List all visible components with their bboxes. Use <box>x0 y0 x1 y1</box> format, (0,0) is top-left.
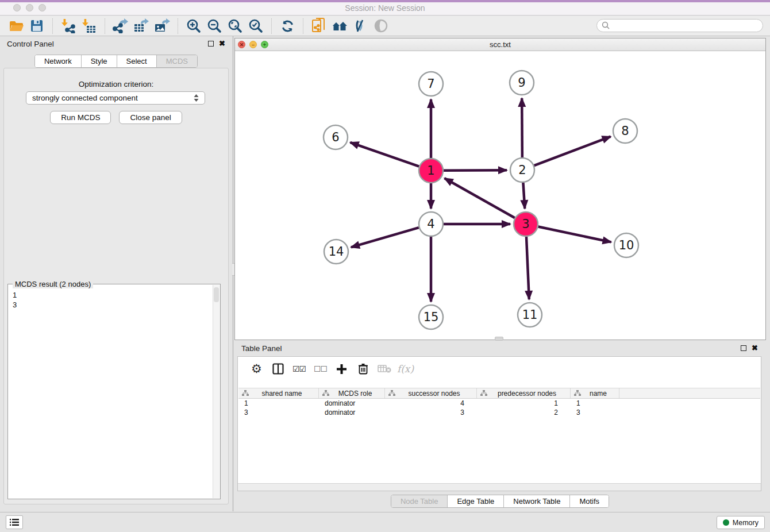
search-input[interactable] <box>613 21 763 31</box>
save-session-icon[interactable] <box>26 17 47 34</box>
table-settings-icon[interactable]: ⚙ <box>246 360 267 377</box>
table-cell[interactable]: 2 <box>477 408 571 417</box>
mcds-result-title: MCDS result (2 nodes) <box>13 280 93 288</box>
tab-edge-table[interactable]: Edge Table <box>448 495 504 507</box>
window-accent-strip <box>0 0 770 2</box>
tab-network-table[interactable]: Network Table <box>504 495 570 507</box>
graph-edge-2-8[interactable] <box>534 137 611 166</box>
control-panel-close-icon[interactable]: ✖ <box>219 41 225 47</box>
window-title: Session: New Session <box>0 3 770 13</box>
graph-node-label-15: 15 <box>424 310 439 324</box>
column-layout-icon[interactable] <box>267 360 288 377</box>
graph-node-label-4: 4 <box>427 217 434 231</box>
horizontal-divider-handle[interactable] <box>495 337 503 341</box>
open-session-icon[interactable] <box>6 17 26 34</box>
zoom-selected-icon[interactable] <box>245 17 266 34</box>
network-view-window: ✕ – + scc.txt 7968124314101511 <box>234 38 766 340</box>
run-mcds-button[interactable]: Run MCDS <box>50 111 111 124</box>
graph-edge-1-6[interactable] <box>350 142 419 167</box>
mcds-panel: Optimization criterion: strongly connect… <box>3 68 229 504</box>
network-window-titlebar[interactable]: ✕ – + scc.txt <box>235 38 765 51</box>
column-type-icon <box>242 390 249 396</box>
table-cell[interactable]: 3 <box>571 408 619 417</box>
export-table-icon[interactable] <box>131 17 152 34</box>
graph-edge-2-9[interactable] <box>522 98 522 157</box>
clone-network-icon[interactable] <box>309 17 329 34</box>
graph-node-label-9: 9 <box>518 76 525 90</box>
table-cell[interactable]: 1 <box>571 399 619 408</box>
task-history-button[interactable] <box>6 515 23 529</box>
select-all-columns-icon[interactable]: ☑☑ <box>288 360 310 377</box>
control-panel-tabs: NetworkStyleSelectMCDS <box>34 55 198 68</box>
toolbar-separator <box>303 18 303 34</box>
column-header-MCDS-role[interactable]: MCDS role <box>319 388 385 398</box>
graph-edge-3-1[interactable] <box>445 178 515 218</box>
graph-node-label-8: 8 <box>621 124 629 138</box>
tab-mcds[interactable]: MCDS <box>157 55 197 67</box>
table-cell[interactable]: dominator <box>319 399 385 408</box>
node-table-header: shared nameMCDS rolesuccessor nodesprede… <box>238 388 760 399</box>
tab-node-table[interactable]: Node Table <box>391 495 448 507</box>
table-horizontal-scrollbar[interactable] <box>238 483 761 491</box>
unselect-all-columns-icon[interactable]: ☐☐ <box>310 360 331 377</box>
column-header-predecessor-nodes[interactable]: predecessor nodes <box>477 388 571 398</box>
graph-node-label-6: 6 <box>332 130 339 144</box>
node-table-container: ⚙ ☑☑ ☐☐ f(x) shared nameMCDS rolesucce <box>237 356 761 491</box>
column-header-name[interactable]: name <box>571 388 619 398</box>
column-header-filler <box>619 388 760 398</box>
control-panel-float-icon[interactable] <box>208 41 214 47</box>
graph-node-label-14: 14 <box>329 245 344 259</box>
table-cell[interactable]: 1 <box>238 399 319 408</box>
graph-edge-1-2[interactable] <box>444 170 507 171</box>
graph-edge-4-14[interactable] <box>351 228 419 247</box>
memory-button-label: Memory <box>733 519 759 527</box>
table-panel-float-icon[interactable] <box>741 345 746 351</box>
control-panel-title: Control Panel <box>7 40 54 48</box>
table-cell[interactable]: 3 <box>385 408 477 417</box>
export-network-icon[interactable] <box>110 17 131 34</box>
graph-node-label-7: 7 <box>427 77 434 91</box>
function-builder-icon: f(x) <box>395 360 416 377</box>
toggle-graphics-details-icon[interactable] <box>350 17 371 34</box>
birdseye-view-icon[interactable] <box>371 17 391 34</box>
zoom-fit-icon[interactable] <box>225 17 245 34</box>
table-cell[interactable]: dominator <box>319 408 385 417</box>
table-row[interactable]: 3dominator323 <box>238 408 760 417</box>
tab-motifs[interactable]: Motifs <box>570 495 609 507</box>
network-graph[interactable]: 7968124314101511 <box>235 51 765 340</box>
add-column-icon[interactable] <box>331 360 352 377</box>
table-cell[interactable]: 3 <box>238 408 319 417</box>
search-icon <box>602 21 610 30</box>
graph-node-label-1: 1 <box>427 164 434 178</box>
zoom-in-icon[interactable] <box>183 17 204 34</box>
zoom-out-icon[interactable] <box>204 17 225 34</box>
column-type-icon <box>480 390 487 396</box>
import-table-icon[interactable] <box>79 17 99 34</box>
column-type-icon <box>322 390 329 396</box>
import-network-icon[interactable] <box>58 17 79 34</box>
tab-select[interactable]: Select <box>117 55 157 67</box>
column-header-successor-nodes[interactable]: successor nodes <box>385 388 477 398</box>
graph-edge-3-11[interactable] <box>526 237 529 299</box>
home-layout-icon[interactable] <box>329 17 350 34</box>
control-panel: Control Panel ✖ NetworkStyleSelectMCDS O… <box>0 36 232 512</box>
delete-columns-icon[interactable] <box>352 360 374 377</box>
optimization-criterion-select[interactable]: strongly connected component <box>26 91 205 105</box>
main-toolbar <box>0 16 770 36</box>
application-window: Session: New Session <box>0 0 770 532</box>
table-row[interactable]: 1dominator411 <box>238 399 760 408</box>
tab-network[interactable]: Network <box>35 55 82 67</box>
column-header-shared-name[interactable]: shared name <box>238 388 319 398</box>
mcds-result-text[interactable]: 1 3 <box>8 288 212 499</box>
table-cell[interactable]: 1 <box>477 399 571 408</box>
close-panel-button[interactable]: Close panel <box>119 111 182 124</box>
export-image-icon[interactable] <box>152 17 172 34</box>
table-cell[interactable]: 4 <box>385 399 477 408</box>
graph-edge-3-10[interactable] <box>538 227 611 242</box>
refresh-layout-icon[interactable] <box>277 17 298 34</box>
memory-button[interactable]: Memory <box>717 516 765 529</box>
graph-edge-2-3[interactable] <box>523 183 525 209</box>
table-panel-close-icon[interactable]: ✖ <box>752 345 758 351</box>
tab-style[interactable]: Style <box>82 55 117 67</box>
mcds-result-scrollbar[interactable] <box>213 285 220 498</box>
